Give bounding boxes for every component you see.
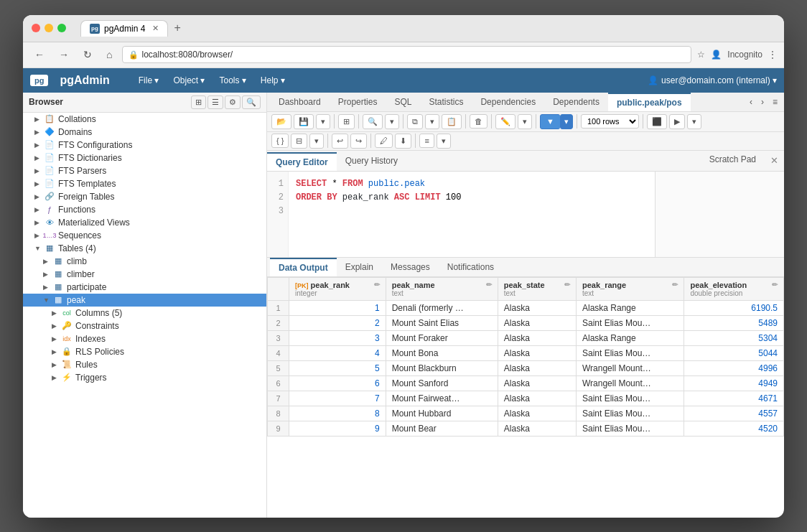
download-button[interactable]: ⬇ <box>395 134 411 149</box>
tab-query-active[interactable]: public.peak/pos <box>608 93 691 111</box>
col-edit-icon[interactable]: ✏ <box>486 281 492 289</box>
tab-prev-button[interactable]: ‹ <box>746 95 756 108</box>
maximize-window-button[interactable] <box>57 24 66 32</box>
copy-dropdown[interactable]: ▾ <box>425 114 439 129</box>
sidebar-grid-view-button[interactable]: ⊞ <box>191 95 206 109</box>
view-grid-button[interactable]: ⬛ <box>647 114 667 129</box>
sidebar-item-indexes[interactable]: ▶ idx Indexes <box>23 332 266 345</box>
sidebar-item-rules[interactable]: ▶ 📜 Rules <box>23 358 266 371</box>
cell-rank: 1 <box>289 300 386 315</box>
app-header: pg pgAdmin File ▾ Object ▾ Tools ▾ Help … <box>23 68 784 93</box>
open-file-button[interactable]: 📂 <box>271 114 291 129</box>
tab-next-button[interactable]: › <box>757 95 768 108</box>
indent-dropdown[interactable]: ▾ <box>309 134 324 149</box>
sidebar-item-table-climber[interactable]: ▶ ▦ climber <box>23 268 266 281</box>
sidebar-item-collations[interactable]: ▶ 📋 Collations <box>23 113 266 126</box>
col-edit-icon[interactable]: ✏ <box>772 281 778 289</box>
query-editor-tab[interactable]: Query Editor <box>267 152 337 171</box>
filter-arrow[interactable]: ▾ <box>560 114 573 129</box>
format-sql-button[interactable]: { } <box>271 134 289 148</box>
delete-button[interactable]: 🗑 <box>470 114 488 129</box>
tools-menu[interactable]: Tools ▾ <box>213 73 251 88</box>
explain-button[interactable]: 🖊 <box>375 134 393 148</box>
triggers-label: Triggers <box>75 373 107 383</box>
macros-dropdown[interactable]: ▾ <box>437 134 451 149</box>
indent-button[interactable]: ⊟ <box>291 134 307 149</box>
sidebar-item-functions[interactable]: ▶ ƒ Functions <box>23 203 266 216</box>
copy-button[interactable]: ⧉ <box>407 114 423 129</box>
browser-tab[interactable]: pg pgAdmin 4 ✕ <box>80 20 168 37</box>
object-menu[interactable]: Object ▾ <box>167 73 210 88</box>
tab-close-button[interactable]: ✕ <box>152 24 159 33</box>
home-button[interactable]: ⌂ <box>102 47 116 62</box>
sidebar-item-fts-configs[interactable]: ▶ 📄 FTS Configurations <box>23 139 266 151</box>
query-grid-button[interactable]: ⊞ <box>338 114 355 129</box>
find-button[interactable]: 🔍 <box>363 114 383 129</box>
sidebar-search-button[interactable]: 🔍 <box>242 95 261 109</box>
rollback-button[interactable]: ↪ <box>350 134 367 149</box>
bookmark-icon[interactable]: ☆ <box>697 50 705 60</box>
reload-button[interactable]: ↻ <box>79 47 96 62</box>
menu-icon[interactable]: ⋮ <box>768 50 777 60</box>
col-edit-icon[interactable]: ✏ <box>672 281 678 289</box>
tab-dependents[interactable]: Dependents <box>544 93 608 111</box>
tab-messages[interactable]: Messages <box>382 258 439 276</box>
tab-dependencies[interactable]: Dependencies <box>472 93 544 111</box>
sidebar-item-mat-views[interactable]: ▶ 👁 Materialized Views <box>23 216 266 229</box>
find-dropdown[interactable]: ▾ <box>385 114 399 129</box>
user-icon[interactable]: 👤 <box>711 50 722 60</box>
macros-button[interactable]: ≡ <box>419 134 434 148</box>
tab-sql[interactable]: SQL <box>386 93 420 111</box>
climber-label: climber <box>67 269 95 279</box>
sidebar-item-rls-policies[interactable]: ▶ 🔒 RLS Policies <box>23 345 266 358</box>
sidebar-item-fts-templates[interactable]: ▶ 📄 FTS Templates <box>23 177 266 190</box>
sidebar-item-domains[interactable]: ▶ 🔷 Domains <box>23 126 266 139</box>
sidebar-item-table-climb[interactable]: ▶ ▦ climb <box>23 255 266 268</box>
tab-more-button[interactable]: ≡ <box>769 95 781 108</box>
tab-data-output[interactable]: Data Output <box>270 258 337 276</box>
edit-dropdown[interactable]: ▾ <box>518 114 532 129</box>
sidebar-item-table-participate[interactable]: ▶ ▦ participate <box>23 281 266 294</box>
close-window-button[interactable] <box>32 24 40 32</box>
sidebar-item-constraints[interactable]: ▶ 🔑 Constraints <box>23 319 266 332</box>
edit-button[interactable]: ✏️ <box>495 114 516 129</box>
filter-button[interactable]: ▼ <box>540 114 560 129</box>
rows-limit-select[interactable]: 100 rows 500 rows 1000 rows <box>581 114 639 129</box>
sidebar-item-fts-dicts[interactable]: ▶ 📄 FTS Dictionaries <box>23 151 266 164</box>
forward-button[interactable]: → <box>55 47 73 62</box>
sidebar-filter-button[interactable]: ⚙ <box>225 95 241 109</box>
back-button[interactable]: ← <box>30 47 49 62</box>
tab-statistics[interactable]: Statistics <box>420 93 472 111</box>
sidebar-item-columns[interactable]: ▶ col Columns (5) <box>23 307 266 319</box>
query-editor-content[interactable]: SELECT * FROM public.peak ORDER BY peak_… <box>289 172 655 257</box>
commit-button[interactable]: ↩ <box>332 134 348 149</box>
sidebar-item-table-peak[interactable]: ▼ ▦ peak <box>23 294 266 307</box>
help-menu[interactable]: Help ▾ <box>255 73 291 88</box>
col-edit-icon[interactable]: ✏ <box>564 281 570 289</box>
minimize-window-button[interactable] <box>45 24 53 32</box>
new-tab-button[interactable]: + <box>171 22 183 34</box>
query-history-tab[interactable]: Query History <box>337 151 406 171</box>
cell-range: Saint Elias Mou… <box>576 421 684 436</box>
paste-button[interactable]: 📋 <box>442 114 462 129</box>
user-badge[interactable]: 👤 user@domain.com (internal) ▾ <box>648 75 777 85</box>
sidebar-item-foreign-tables[interactable]: ▶ 🔗 Foreign Tables <box>23 190 266 203</box>
sidebar-item-fts-parsers[interactable]: ▶ 📄 FTS Parsers <box>23 164 266 177</box>
sidebar-list-view-button[interactable]: ☰ <box>207 95 223 109</box>
tab-explain[interactable]: Explain <box>337 258 382 276</box>
save-as-button[interactable]: ▾ <box>316 114 330 129</box>
sidebar-item-tables[interactable]: ▼ ▦ Tables (4) <box>23 242 266 255</box>
scratch-pad-close-button[interactable]: ✕ <box>765 151 784 171</box>
tab-dashboard[interactable]: Dashboard <box>270 93 330 111</box>
run-dropdown[interactable]: ▾ <box>687 114 701 129</box>
run-button[interactable]: ▶ <box>669 114 685 129</box>
save-button[interactable]: 💾 <box>294 114 314 129</box>
col-edit-icon[interactable]: ✏ <box>374 281 380 289</box>
sidebar-item-sequences[interactable]: ▶ 1…3 Sequences <box>23 229 266 242</box>
sidebar-item-triggers[interactable]: ▶ ⚡ Triggers <box>23 371 266 384</box>
filter-dropdown[interactable]: ▼ ▾ <box>540 114 573 129</box>
tab-properties[interactable]: Properties <box>330 93 386 111</box>
file-menu[interactable]: File ▾ <box>133 73 165 88</box>
address-input[interactable]: 🔒 localhost:8080/browser/ <box>122 46 691 63</box>
tab-notifications[interactable]: Notifications <box>439 258 503 276</box>
